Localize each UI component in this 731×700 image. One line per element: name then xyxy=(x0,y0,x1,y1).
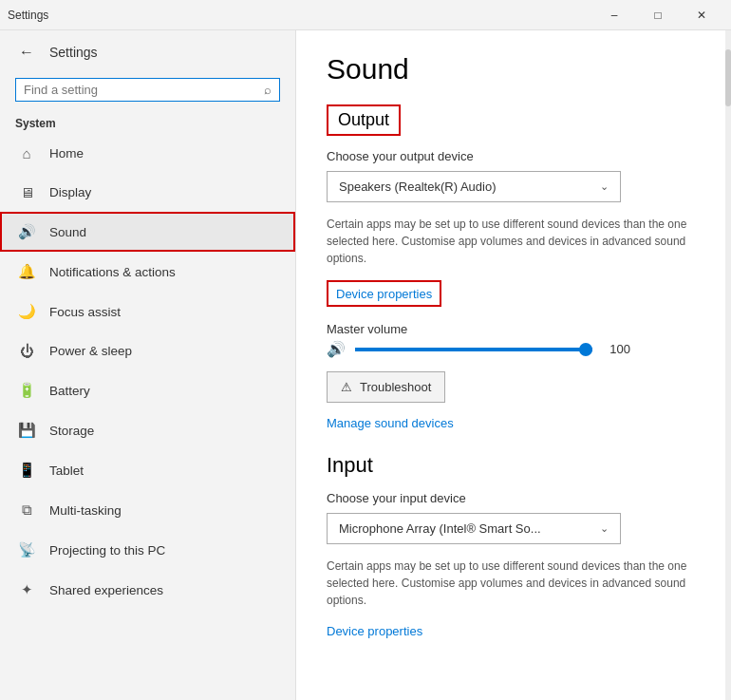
titlebar: Settings – □ ✕ xyxy=(0,0,731,30)
input-section: Input Choose your input device Microphon… xyxy=(327,453,701,639)
battery-icon: 🔋 xyxy=(17,382,36,399)
volume-icon: 🔊 xyxy=(327,340,346,358)
power-icon: ⏻ xyxy=(17,343,36,359)
troubleshoot-button[interactable]: ⚠ Troubleshoot xyxy=(327,371,445,403)
sidebar-item-display[interactable]: 🖥 Display xyxy=(0,173,295,212)
content-area: Sound Output Choose your output device S… xyxy=(296,30,731,700)
sidebar: ← Settings ⌕ System ⌂ Home 🖥 Display 🔊 S… xyxy=(0,30,296,700)
settings-title: Settings xyxy=(8,9,48,22)
scrollbar-thumb xyxy=(725,49,731,106)
sidebar-item-sound[interactable]: 🔊 Sound xyxy=(0,212,295,252)
back-button[interactable]: ← xyxy=(15,40,38,65)
volume-value: 100 xyxy=(602,342,630,356)
sidebar-item-label-projecting: Projecting to this PC xyxy=(49,543,165,558)
output-device-dropdown[interactable]: Speakers (Realtek(R) Audio) ⌄ xyxy=(327,171,621,202)
sidebar-item-storage[interactable]: 💾 Storage xyxy=(0,410,295,450)
sidebar-item-tablet[interactable]: 📱 Tablet xyxy=(0,450,295,490)
sound-icon: 🔊 xyxy=(17,223,36,240)
sidebar-item-label-display: Display xyxy=(49,185,91,199)
slider-fill xyxy=(355,348,592,351)
shared-icon: ✦ xyxy=(17,581,36,598)
system-section-label: System xyxy=(0,109,295,134)
sidebar-item-multitasking[interactable]: ⧉ Multi-tasking xyxy=(0,490,295,530)
sidebar-item-projecting[interactable]: 📡 Projecting to this PC xyxy=(0,530,295,570)
device-properties-box: Device properties xyxy=(327,280,441,307)
sidebar-item-label-sound: Sound xyxy=(49,225,86,239)
sidebar-header: ← Settings xyxy=(0,30,295,74)
projecting-icon: 📡 xyxy=(17,541,36,558)
input-dropdown-arrow-icon: ⌄ xyxy=(600,522,609,535)
focus-icon: 🌙 xyxy=(17,303,36,320)
output-info-text: Certain apps may be set up to use differ… xyxy=(327,216,697,267)
sidebar-item-home[interactable]: ⌂ Home xyxy=(0,134,295,173)
sidebar-item-battery[interactable]: 🔋 Battery xyxy=(0,370,295,410)
minimize-button[interactable]: – xyxy=(592,0,636,30)
maximize-button[interactable]: □ xyxy=(636,0,680,30)
volume-slider[interactable] xyxy=(355,348,592,351)
output-device-label: Choose your output device xyxy=(327,149,701,163)
output-device-value: Speakers (Realtek(R) Audio) xyxy=(339,180,496,194)
input-device-properties-link[interactable]: Device properties xyxy=(327,624,422,638)
search-input[interactable] xyxy=(24,83,264,97)
scrollbar[interactable] xyxy=(725,30,731,700)
sidebar-item-label-notifications: Notifications & actions xyxy=(49,265,176,279)
titlebar-left: Settings xyxy=(8,9,48,22)
sidebar-item-label-focus: Focus assist xyxy=(49,305,121,319)
notifications-icon: 🔔 xyxy=(17,263,36,280)
troubleshoot-label: Troubleshoot xyxy=(360,380,431,394)
nav-list: ⌂ Home 🖥 Display 🔊 Sound 🔔 Notifications… xyxy=(0,134,295,610)
sidebar-title: Settings xyxy=(49,45,98,60)
slider-thumb xyxy=(579,343,592,356)
sidebar-item-label-power: Power & sleep xyxy=(49,344,132,358)
input-heading: Input xyxy=(327,453,701,478)
manage-sound-devices-link[interactable]: Manage sound devices xyxy=(327,416,701,430)
troubleshoot-icon: ⚠ xyxy=(341,380,352,394)
device-properties-link[interactable]: Device properties xyxy=(336,287,432,301)
sidebar-item-label-battery: Battery xyxy=(49,384,90,398)
home-icon: ⌂ xyxy=(17,145,36,161)
sidebar-item-shared[interactable]: ✦ Shared experiences xyxy=(0,570,295,610)
volume-label: Master volume xyxy=(327,322,701,336)
search-icon[interactable]: ⌕ xyxy=(264,83,272,97)
titlebar-controls: – □ ✕ xyxy=(592,0,723,30)
page-title: Sound xyxy=(327,53,701,85)
sidebar-item-notifications[interactable]: 🔔 Notifications & actions xyxy=(0,252,295,292)
sidebar-item-focus[interactable]: 🌙 Focus assist xyxy=(0,292,295,331)
input-device-dropdown[interactable]: Microphone Array (Intel® Smart So... ⌄ xyxy=(327,513,621,544)
sidebar-item-label-multitasking: Multi-tasking xyxy=(49,503,122,518)
tablet-icon: 📱 xyxy=(17,462,36,479)
multitasking-icon: ⧉ xyxy=(17,501,36,519)
display-icon: 🖥 xyxy=(17,184,36,200)
output-heading: Output xyxy=(338,110,389,129)
input-device-label: Choose your input device xyxy=(327,491,701,505)
input-info-text: Certain apps may be set up to use differ… xyxy=(327,558,697,609)
search-box[interactable]: ⌕ xyxy=(15,78,280,102)
volume-row: 🔊 100 xyxy=(327,340,701,358)
input-device-value: Microphone Array (Intel® Smart So... xyxy=(339,521,541,536)
app-body: ← Settings ⌕ System ⌂ Home 🖥 Display 🔊 S… xyxy=(0,30,731,700)
sidebar-item-label-home: Home xyxy=(49,146,84,161)
sidebar-item-label-storage: Storage xyxy=(49,424,94,438)
sidebar-item-label-shared: Shared experiences xyxy=(49,583,163,597)
storage-icon: 💾 xyxy=(17,422,36,439)
close-button[interactable]: ✕ xyxy=(680,0,723,30)
sidebar-item-label-tablet: Tablet xyxy=(49,464,84,478)
output-section-box: Output xyxy=(327,104,401,136)
sidebar-item-power[interactable]: ⏻ Power & sleep xyxy=(0,331,295,370)
dropdown-arrow-icon: ⌄ xyxy=(600,180,609,193)
